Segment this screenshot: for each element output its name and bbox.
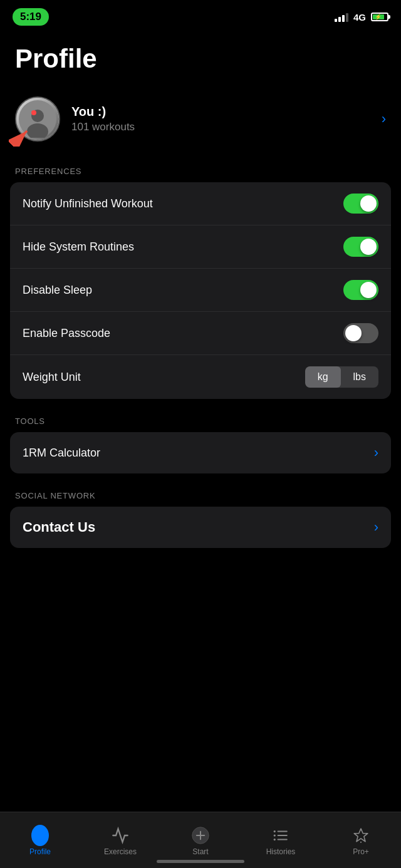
disable-sleep-toggle[interactable] [343,280,378,300]
user-workouts: 101 workouts [71,121,382,133]
svg-point-3 [31,110,36,115]
status-right: 4G ⚡ [335,12,388,23]
enable-passcode-toggle[interactable] [343,323,378,343]
hide-system-routines-row[interactable]: Hide System Routines [10,225,391,269]
battery-icon: ⚡ [371,13,388,21]
svg-point-13 [274,830,276,832]
arrow-icon [9,115,40,147]
nav-item-histories[interactable]: Histories [241,827,321,856]
hide-system-routines-toggle[interactable] [343,237,378,257]
page-title: Profile [0,31,401,89]
user-info: You :) 101 workouts [71,105,382,133]
start-nav-label: Start [192,847,208,856]
avatar-container [15,96,60,142]
nav-item-profile[interactable]: Profile [0,827,80,856]
user-card[interactable]: You :) 101 workouts › [0,89,401,149]
profile-nav-icon [31,827,49,844]
calculator-row[interactable]: 1RM Calculator › [10,432,391,473]
svg-point-15 [274,839,276,840]
status-bar: 5:19 4G ⚡ [0,0,401,31]
weight-unit-label: Weight Unit [23,371,81,384]
profile-nav-label: Profile [29,847,51,856]
home-indicator [157,860,244,863]
notify-unfinished-label: Notify Unfinished Workout [23,197,153,210]
preferences-card: Notify Unfinished Workout Hide System Ro… [10,182,391,399]
weight-unit-selector[interactable]: kg lbs [305,366,378,388]
user-card-chevron-icon: › [382,111,386,127]
svg-point-16 [360,842,362,843]
status-time: 5:19 [13,8,49,26]
tools-card: 1RM Calculator › [10,432,391,473]
contact-card: Contact Us › [10,507,391,548]
contact-us-label: Contact Us [23,519,95,535]
nav-item-start[interactable]: Start [160,827,241,856]
histories-nav-icon [272,827,289,844]
weight-unit-kg-button[interactable]: kg [305,366,341,388]
network-type: 4G [353,12,366,23]
contact-us-chevron-icon: › [374,519,378,535]
contact-us-row[interactable]: Contact Us › [10,507,391,548]
enable-passcode-label: Enable Passcode [23,327,110,340]
calculator-label: 1RM Calculator [23,447,100,460]
svg-point-6 [38,831,43,835]
pro-nav-icon [352,827,370,844]
signal-bars-icon [335,12,348,22]
user-name: You :) [71,105,382,119]
exercises-nav-icon [112,827,129,844]
histories-nav-label: Histories [266,847,296,856]
start-nav-icon [192,827,209,844]
hide-system-routines-label: Hide System Routines [23,240,134,254]
tools-section-header: TOOLS [0,399,401,432]
svg-point-14 [274,834,276,836]
weight-unit-lbs-button[interactable]: lbs [341,366,378,388]
preferences-section-header: PREFERENCES [0,149,401,182]
svg-line-5 [14,131,27,144]
weight-unit-row[interactable]: Weight Unit kg lbs [10,355,391,399]
notify-unfinished-toggle[interactable] [343,194,378,214]
exercises-nav-label: Exercises [104,847,137,856]
calculator-chevron-icon: › [374,445,378,461]
nav-item-exercises[interactable]: Exercises [80,827,160,856]
notify-unfinished-row[interactable]: Notify Unfinished Workout [10,182,391,225]
disable-sleep-row[interactable]: Disable Sleep [10,269,391,312]
disable-sleep-label: Disable Sleep [23,284,92,297]
enable-passcode-row[interactable]: Enable Passcode [10,312,391,355]
pro-nav-label: Pro+ [353,847,369,856]
nav-item-pro[interactable]: Pro+ [321,827,401,856]
social-section-header: SOCIAL NETWORK [0,473,401,507]
